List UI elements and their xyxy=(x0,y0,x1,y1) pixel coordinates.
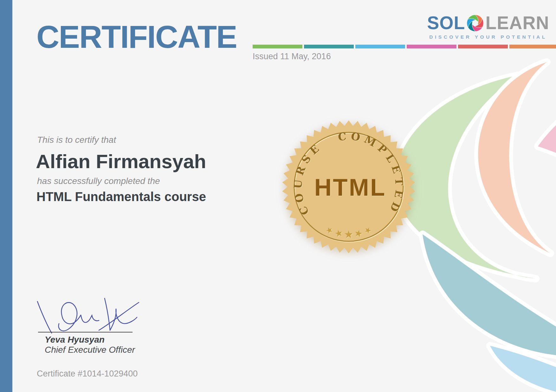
stripe-segment xyxy=(458,45,508,48)
background-swirl xyxy=(395,62,556,392)
sololearn-logo: SOL LEARN DISCOVER YOUR POTENTIAL xyxy=(431,14,545,40)
signature-stroke xyxy=(37,301,52,333)
signer-role: Chief Executive Officer xyxy=(45,345,135,355)
signature-stroke xyxy=(59,302,81,331)
logo-row: SOL LEARN xyxy=(427,14,549,32)
logo-tagline: DISCOVER YOUR POTENTIAL xyxy=(429,34,547,40)
stripe-segment xyxy=(509,45,556,48)
signature-stroke xyxy=(99,302,139,330)
left-accent-bar xyxy=(0,0,12,392)
sololearn-shutter-icon xyxy=(466,14,484,32)
swirl-teal-crescent xyxy=(423,234,556,357)
certificate-page: COURSE COMPLETED HTML ★★★★★ CERTIFICATE … xyxy=(0,0,556,392)
stripe-segment xyxy=(304,45,354,48)
page-title: CERTIFICATE xyxy=(36,18,237,56)
certify-line: This is to certify that xyxy=(37,135,116,145)
recipient-name: Alfian Firmansyah xyxy=(36,150,206,173)
course-completed-seal: COURSE COMPLETED HTML ★★★★★ xyxy=(282,120,415,253)
signature-stroke xyxy=(110,309,137,330)
logo-word-learn: LEARN xyxy=(485,14,549,32)
issued-date: Issued 11 May, 2016 xyxy=(253,52,331,61)
seal-center-text: HTML xyxy=(314,174,386,201)
signer-name: Yeva Hyusyan xyxy=(45,335,105,345)
signature-stroke xyxy=(81,315,99,322)
star-icon: ★ xyxy=(344,228,353,240)
course-line: HTML Fundamentals course xyxy=(36,189,206,204)
stripe-segment xyxy=(253,45,302,48)
stripe-segment xyxy=(355,45,405,48)
completed-line: has successfully completed the xyxy=(37,176,160,186)
signature-stroke xyxy=(105,298,110,330)
header-stripe xyxy=(253,45,556,48)
stripe-segment xyxy=(407,45,456,48)
signature-scribble xyxy=(37,298,139,333)
swirl-pink-crescent xyxy=(538,122,556,156)
logo-word-sol: SOL xyxy=(427,14,465,32)
certificate-number: Certificate #1014-1029400 xyxy=(37,369,138,379)
